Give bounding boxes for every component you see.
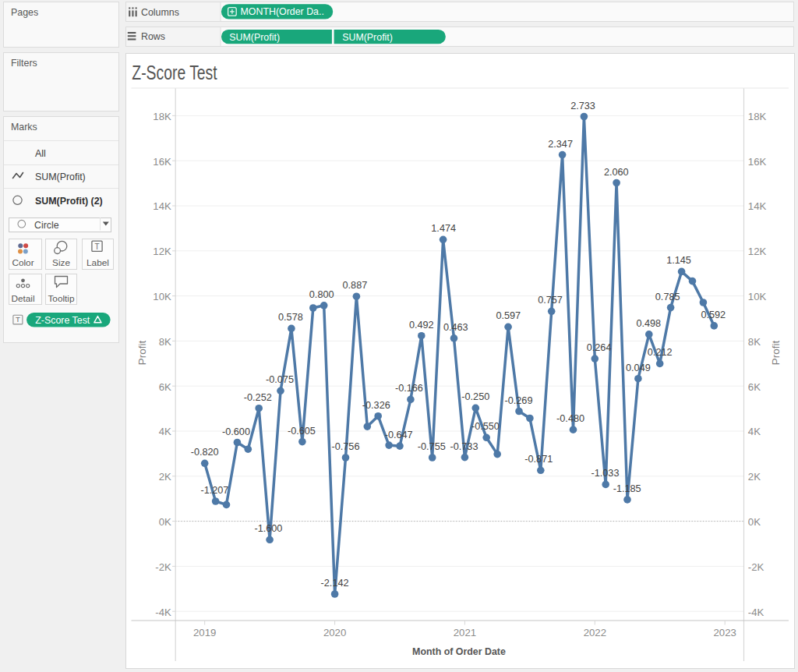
svg-text:4K: 4K (159, 426, 171, 437)
svg-text:2.347: 2.347 (548, 139, 573, 150)
svg-text:-1.033: -1.033 (591, 468, 620, 479)
svg-text:8K: 8K (159, 336, 171, 348)
svg-text:Z-Score Test: Z-Score Test (132, 62, 217, 83)
svg-text:SUM(Profit): SUM(Profit) (229, 32, 280, 43)
svg-text:0.212: 0.212 (648, 347, 673, 358)
svg-text:0.264: 0.264 (587, 342, 612, 353)
svg-text:-0.269: -0.269 (505, 395, 533, 406)
svg-text:14K: 14K (748, 200, 767, 212)
svg-text:0K: 0K (748, 516, 761, 528)
svg-text:-0.871: -0.871 (524, 454, 553, 465)
svg-text:-1.207: -1.207 (200, 485, 228, 496)
svg-text:8K: 8K (748, 336, 761, 348)
svg-text:Profit: Profit (136, 341, 148, 366)
svg-text:0.800: 0.800 (309, 289, 334, 300)
svg-text:0.757: 0.757 (538, 295, 563, 306)
svg-text:12K: 12K (153, 246, 171, 257)
svg-text:-0.755: -0.755 (418, 441, 446, 452)
svg-text:12K: 12K (748, 246, 767, 257)
svg-text:16K: 16K (748, 156, 767, 168)
svg-text:2.733: 2.733 (570, 101, 595, 111)
svg-text:T: T (94, 242, 99, 251)
svg-text:Month of Order Date: Month of Order Date (412, 646, 506, 657)
svg-text:0.887: 0.887 (343, 280, 368, 291)
svg-text:10K: 10K (748, 291, 767, 302)
svg-text:-0.647: -0.647 (385, 430, 413, 440)
svg-text:2019: 2019 (193, 627, 216, 638)
svg-text:-0.166: -0.166 (395, 383, 423, 394)
svg-text:0.463: 0.463 (443, 322, 468, 333)
svg-text:-4K: -4K (155, 607, 171, 618)
svg-text:1.474: 1.474 (431, 223, 456, 234)
svg-text:-0.252: -0.252 (244, 392, 272, 403)
svg-text:2.060: 2.060 (604, 167, 629, 178)
svg-text:2K: 2K (748, 471, 761, 483)
svg-text:-0.250: -0.250 (461, 391, 489, 402)
svg-text:1.145: 1.145 (666, 255, 691, 266)
svg-text:18K: 18K (748, 111, 767, 122)
svg-text:-0.733: -0.733 (450, 441, 478, 452)
svg-text:2023: 2023 (714, 627, 736, 638)
svg-text:Profit: Profit (770, 341, 782, 366)
svg-text:-0.480: -0.480 (556, 413, 584, 424)
svg-text:0.592: 0.592 (701, 309, 726, 320)
svg-text:-2K: -2K (748, 561, 764, 573)
svg-text:0.785: 0.785 (655, 292, 680, 302)
svg-text:0.492: 0.492 (409, 320, 434, 331)
svg-text:-0.326: -0.326 (362, 400, 390, 411)
svg-text:0.578: 0.578 (278, 312, 303, 323)
svg-text:0.498: 0.498 (636, 318, 661, 329)
svg-text:2021: 2021 (454, 627, 476, 638)
svg-text:6K: 6K (159, 381, 171, 393)
svg-text:0.597: 0.597 (496, 310, 521, 321)
svg-text:10K: 10K (153, 291, 171, 302)
svg-text:-0.600: -0.600 (222, 426, 250, 437)
svg-text:-4K: -4K (748, 607, 764, 618)
svg-text:Z-Score Test: Z-Score Test (35, 315, 90, 326)
svg-text:-1.185: -1.185 (613, 483, 641, 494)
svg-text:2020: 2020 (323, 627, 346, 638)
svg-text:-0.075: -0.075 (266, 374, 294, 385)
svg-text:SUM(Profit): SUM(Profit) (342, 32, 393, 43)
svg-text:6K: 6K (748, 381, 761, 393)
svg-text:0.049: 0.049 (626, 363, 651, 373)
svg-text:MONTH(Order Da..: MONTH(Order Da.. (241, 6, 324, 17)
svg-text:16K: 16K (153, 156, 171, 168)
svg-text:T: T (16, 315, 20, 324)
svg-text:-2K: -2K (155, 561, 171, 573)
svg-text:4K: 4K (748, 426, 761, 437)
svg-text:14K: 14K (153, 200, 171, 212)
svg-text:-0.605: -0.605 (288, 426, 316, 437)
svg-text:-0.820: -0.820 (191, 447, 219, 458)
svg-text:-2.142: -2.142 (321, 578, 349, 589)
svg-text:-1.600: -1.600 (254, 523, 282, 534)
svg-text:0K: 0K (159, 516, 171, 528)
svg-text:18K: 18K (153, 111, 171, 122)
svg-text:-0.756: -0.756 (332, 441, 360, 452)
svg-text:-0.550: -0.550 (471, 421, 500, 432)
svg-text:2K: 2K (159, 471, 171, 483)
svg-text:2022: 2022 (584, 627, 606, 638)
